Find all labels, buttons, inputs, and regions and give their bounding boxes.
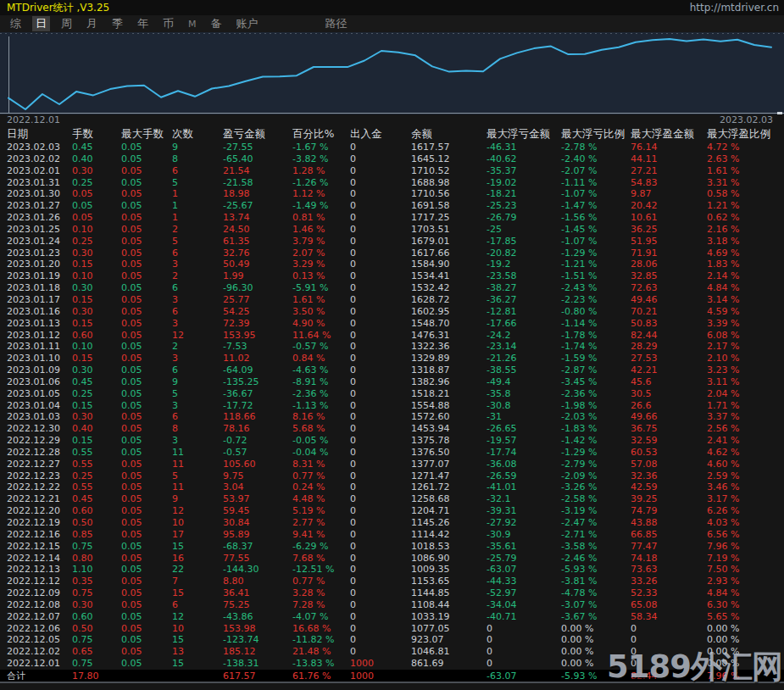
table-total-row[interactable]: 合计17.80617.5761.76 %1000-63.07-5.93 %82.… xyxy=(0,670,784,683)
cell-max-float-profit-pct: 4.03 % xyxy=(707,517,784,529)
table-row[interactable]: 2022.12.131.100.0522-144.30-12.51 %01009… xyxy=(0,564,784,576)
cell-balance: 1476.31 xyxy=(411,330,487,342)
cell-max-lots: 0.05 xyxy=(121,658,172,670)
table-row[interactable]: 2022.12.220.550.05113.040.24 %01261.72-4… xyxy=(0,481,784,493)
cell-max-lots: 0.05 xyxy=(121,505,172,517)
cell-max-lots: 0.05 xyxy=(121,481,172,493)
table-row[interactable]: 2023.01.160.300.05654.253.50 %01602.95-1… xyxy=(0,306,784,318)
table-row[interactable]: 2023.01.270.050.051-25.67-1.49 %01691.58… xyxy=(0,200,784,212)
table-row[interactable]: 2023.01.100.150.05311.020.84 %01329.89-2… xyxy=(0,353,784,364)
table-row[interactable]: 2022.12.210.450.05953.974.48 %01258.68-3… xyxy=(0,493,784,505)
cell-balance: 1271.47 xyxy=(411,470,487,482)
table-row[interactable]: 2023.01.060.450.059-135.25-8.91 %01382.9… xyxy=(0,376,784,388)
cell-max-float-profit-pct: 7.96 % xyxy=(707,541,784,553)
menu-item-backup[interactable]: 备 xyxy=(208,16,225,31)
table-row[interactable]: 2023.01.110.100.052-7.53-0.57 %01322.36-… xyxy=(0,341,784,353)
cell-max-float-profit-pct: 4.84 % xyxy=(707,587,784,599)
cell-date: 2023.01.17 xyxy=(7,294,72,306)
cell-max-lots: 0.05 xyxy=(121,142,172,153)
table-row[interactable]: 2022.12.120.350.0578.800.77 %01153.65-44… xyxy=(0,576,784,587)
cell-pnl: 95.89 xyxy=(223,529,292,541)
table-row[interactable]: 2023.02.020.400.058-65.40-3.82 %01645.12… xyxy=(0,153,784,165)
table-row[interactable]: 2022.12.300.400.05878.165.68 %01453.94-2… xyxy=(0,423,784,435)
table-row[interactable]: 2022.12.070.600.0512-43.86-4.07 %01033.1… xyxy=(0,611,784,623)
table-row[interactable]: 2022.12.230.250.0559.750.77 %01271.47-26… xyxy=(0,470,784,482)
table-row[interactable]: 2023.01.180.300.056-96.30-5.91 %01532.42… xyxy=(0,282,784,294)
menu-item-day[interactable]: 日 xyxy=(32,16,50,31)
cell-count: 5 xyxy=(172,177,223,189)
cell-max-float-loss-pct: 0.00 % xyxy=(561,646,631,658)
menu-item-week[interactable]: 周 xyxy=(58,16,75,31)
table-row[interactable]: 2023.01.050.250.055-36.67-2.36 %01518.21… xyxy=(0,388,784,400)
cell-pnl-pct: 0.13 % xyxy=(292,270,350,282)
cell-max-lots: 0.05 xyxy=(121,423,172,435)
menu-item-path[interactable]: 路径 xyxy=(322,16,351,31)
table-row[interactable]: 2022.12.160.850.051795.899.41 %01114.42-… xyxy=(0,529,784,541)
menu-item-month[interactable]: 月 xyxy=(83,16,101,31)
table-row[interactable]: 2022.12.200.600.051259.455.19 %01204.71-… xyxy=(0,505,784,517)
cell-pnl-pct: -1.26 % xyxy=(292,177,350,189)
cell-deposit: 0 xyxy=(350,517,411,529)
table-row[interactable]: 2023.01.040.150.053-17.72-1.13 %01554.88… xyxy=(0,400,784,412)
table-row[interactable]: 2022.12.290.150.053-0.72-0.05 %01375.78-… xyxy=(0,435,784,447)
menu-item-currency[interactable]: 币 xyxy=(159,16,177,31)
menu-item-account[interactable]: 账户 xyxy=(233,16,262,31)
table-row[interactable]: 2023.01.260.050.05113.740.81 %01717.25-2… xyxy=(0,212,784,224)
table-row[interactable]: 2023.01.030.300.056118.668.16 %01572.60-… xyxy=(0,411,784,423)
app-url-link[interactable]: http://mtdriver.cn xyxy=(690,2,779,14)
table-row[interactable]: 2023.02.010.300.05621.541.28 %01710.52-3… xyxy=(0,165,784,177)
table-row[interactable]: 2023.01.120.600.0512153.9511.64 %01476.3… xyxy=(0,330,784,342)
cell-count: 6 xyxy=(172,411,223,423)
table-row[interactable]: 2023.01.300.050.05118.981.12 %01710.56-1… xyxy=(0,188,784,200)
cell-max-float-profit: 32.59 xyxy=(631,435,707,447)
cell-balance: 1046.81 xyxy=(411,646,487,658)
cell-max-float-profit-pct: 6.08 % xyxy=(707,330,784,342)
cell-date: 2023.01.31 xyxy=(7,177,72,189)
table-row[interactable]: 2022.12.280.550.0511-0.57-0.04 %01376.50… xyxy=(0,447,784,459)
table-row[interactable]: 2023.01.090.300.056-64.09-4.63 %01318.87… xyxy=(0,364,784,376)
table-row[interactable]: 2022.12.080.300.05675.257.28 %01108.44-3… xyxy=(0,599,784,611)
cell-max-lots: 0.05 xyxy=(121,165,172,177)
table-row[interactable]: 2023.01.230.300.05632.762.07 %01617.66-2… xyxy=(0,248,784,259)
table-row[interactable]: 2023.01.130.150.05372.394.90 %01548.70-1… xyxy=(0,318,784,330)
menu-item-summary[interactable]: 综 xyxy=(7,16,25,31)
table-row[interactable]: 2022.12.010.750.0515-138.31-13.83 %10008… xyxy=(0,658,784,670)
cell-max-float-loss-pct: -1.78 % xyxy=(561,330,631,342)
cell-max-lots: 0.05 xyxy=(121,224,172,236)
table-row[interactable]: 2023.01.250.100.05224.501.46 %01703.51-2… xyxy=(0,224,784,236)
menu-item-quarter[interactable]: 季 xyxy=(108,16,126,31)
cell-max-float-loss: -26.59 xyxy=(487,470,561,482)
table-row[interactable]: 2022.12.060.500.0510153.9816.68 %01077.0… xyxy=(0,623,784,635)
cell-max-float-profit: 9.87 xyxy=(631,188,707,200)
cell-max-float-loss: -63.07 xyxy=(487,564,561,576)
cell-max-float-profit-pct: 1.83 % xyxy=(707,259,784,270)
table-row[interactable]: 2023.01.240.250.05561.353.79 %01679.01-1… xyxy=(0,236,784,248)
cell-balance: 1703.51 xyxy=(411,224,487,236)
table-row[interactable]: 2023.01.170.150.05325.771.61 %01628.72-3… xyxy=(0,294,784,306)
cell-max-float-profit: 72.63 xyxy=(631,282,707,294)
cell-date: 2023.01.09 xyxy=(7,364,72,376)
table-row[interactable]: 2022.12.020.650.0513185.1221.48 %01046.8… xyxy=(0,646,784,658)
cell-pnl: 59.45 xyxy=(223,505,292,517)
table-row[interactable]: 2023.01.200.150.05350.493.29 %01584.90-1… xyxy=(0,259,784,270)
table-row[interactable]: 2022.12.050.750.0515-123.74-11.82 %0923.… xyxy=(0,634,784,646)
cell-count: 2 xyxy=(172,224,223,236)
table-row[interactable]: 2023.01.310.250.055-21.58-1.26 %01688.98… xyxy=(0,177,784,189)
cell-max-float-loss-pct: -3.26 % xyxy=(561,481,631,493)
cell-deposit: 0 xyxy=(350,493,411,505)
menu-item-year[interactable]: 年 xyxy=(134,16,152,31)
app-window: MTDriver统计 ,V3.25 http://mtdriver.cn 综日周… xyxy=(0,0,784,690)
cell-lots: 0.45 xyxy=(72,376,121,388)
table-row[interactable]: 2022.12.190.500.051030.842.77 %01145.26-… xyxy=(0,517,784,529)
table-row[interactable]: 2022.12.140.800.051677.557.68 %01086.90-… xyxy=(0,553,784,565)
table-row[interactable]: 2022.12.150.750.0515-68.37-6.29 %01018.5… xyxy=(0,541,784,553)
cell-max-float-profit: 36.25 xyxy=(631,224,707,236)
table-row[interactable]: 2023.02.030.450.059-27.55-1.67 %01617.57… xyxy=(0,142,784,153)
cell-max-float-profit-pct: 4.59 % xyxy=(707,306,784,318)
cell-max-float-profit: 74.18 xyxy=(631,553,707,565)
table-row[interactable]: 2023.01.190.100.0521.990.13 %01534.41-23… xyxy=(0,270,784,282)
table-row[interactable]: 2022.12.270.550.0511105.608.31 %01377.07… xyxy=(0,459,784,470)
table-row[interactable]: 2022.12.090.750.051536.413.28 %01144.85-… xyxy=(0,587,784,599)
cell-date: 2023.01.04 xyxy=(7,400,72,412)
menu-item-m[interactable]: M xyxy=(185,19,200,30)
